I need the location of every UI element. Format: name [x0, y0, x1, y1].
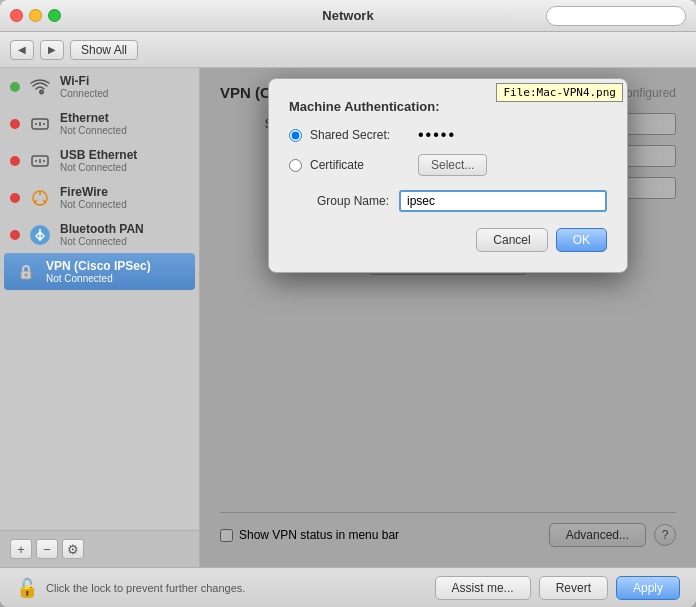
shared-secret-label: Shared Secret:: [310, 128, 410, 142]
sidebar-list: Wi-Fi Connected: [0, 68, 199, 530]
network-window: Network ◀ ▶ Show All: [0, 0, 696, 607]
shared-secret-value: •••••: [418, 126, 456, 144]
sidebar-item-vpn[interactable]: VPN (Cisco IPSec) Not Connected: [4, 253, 195, 290]
footer-actions: Assist me... Revert Apply: [435, 576, 680, 600]
certificate-label: Certificate: [310, 158, 410, 172]
machine-auth-modal: File:Mac-VPN4.png Machine Authentication…: [268, 78, 628, 273]
modal-buttons: Cancel OK: [289, 228, 607, 252]
firewire-name: FireWire: [60, 185, 189, 199]
lock-icon[interactable]: 🔓: [16, 577, 38, 599]
vpn-text: VPN (Cisco IPSec) Not Connected: [46, 259, 185, 284]
usb-ethernet-status: Not Connected: [60, 162, 189, 173]
wifi-text: Wi-Fi Connected: [60, 74, 189, 99]
ethernet-icon: [28, 112, 52, 136]
shared-secret-row: Shared Secret: •••••: [289, 126, 607, 144]
wifi-status: Connected: [60, 88, 189, 99]
bluetooth-pan-text: Bluetooth PAN Not Connected: [60, 222, 189, 247]
status-dot-usb-ethernet: [10, 156, 20, 166]
sidebar-item-bluetooth-pan[interactable]: Bluetooth PAN Not Connected: [0, 216, 199, 253]
group-name-input[interactable]: [399, 190, 607, 212]
sidebar-item-ethernet[interactable]: Ethernet Not Connected: [0, 105, 199, 142]
status-dot-wifi: [10, 82, 20, 92]
minimize-button[interactable]: [29, 9, 42, 22]
lock-area: 🔓 Click the lock to prevent further chan…: [16, 577, 435, 599]
assist-button[interactable]: Assist me...: [435, 576, 531, 600]
firewire-icon: [28, 186, 52, 210]
usb-ethernet-icon: [28, 149, 52, 173]
wifi-icon: [28, 75, 52, 99]
window-footer: 🔓 Click the lock to prevent further chan…: [0, 567, 696, 607]
toolbar: ◀ ▶ Show All: [0, 32, 696, 68]
usb-ethernet-name: USB Ethernet: [60, 148, 189, 162]
search-bar: [546, 6, 686, 26]
firewire-status: Not Connected: [60, 199, 189, 210]
back-button[interactable]: ◀: [10, 40, 34, 60]
certificate-radio[interactable]: [289, 159, 302, 172]
certificate-row: Certificate Select...: [289, 154, 607, 176]
vpn-icon: [14, 260, 38, 284]
bluetooth-pan-icon: [28, 223, 52, 247]
firewire-text: FireWire Not Connected: [60, 185, 189, 210]
modal-overlay: File:Mac-VPN4.png Machine Authentication…: [200, 68, 696, 567]
ethernet-name: Ethernet: [60, 111, 189, 125]
bluetooth-badge: [30, 225, 50, 245]
apply-button[interactable]: Apply: [616, 576, 680, 600]
traffic-lights: [10, 9, 61, 22]
show-all-button[interactable]: Show All: [70, 40, 138, 60]
usb-ethernet-text: USB Ethernet Not Connected: [60, 148, 189, 173]
status-dot-bluetooth-pan: [10, 230, 20, 240]
vpn-name: VPN (Cisco IPSec): [46, 259, 185, 273]
bluetooth-pan-status: Not Connected: [60, 236, 189, 247]
title-bar: Network: [0, 0, 696, 32]
maximize-button[interactable]: [48, 9, 61, 22]
window-title: Network: [322, 8, 373, 23]
svg-line-11: [43, 200, 46, 203]
ethernet-text: Ethernet Not Connected: [60, 111, 189, 136]
select-button[interactable]: Select...: [418, 154, 487, 176]
status-dot-ethernet: [10, 119, 20, 129]
sidebar-item-wifi[interactable]: Wi-Fi Connected: [0, 68, 199, 105]
bluetooth-pan-name: Bluetooth PAN: [60, 222, 189, 236]
revert-button[interactable]: Revert: [539, 576, 608, 600]
add-network-button[interactable]: +: [10, 539, 32, 559]
wifi-name: Wi-Fi: [60, 74, 189, 88]
ethernet-status: Not Connected: [60, 125, 189, 136]
svg-line-10: [34, 200, 37, 203]
remove-network-button[interactable]: −: [36, 539, 58, 559]
forward-button[interactable]: ▶: [40, 40, 64, 60]
lock-text: Click the lock to prevent further change…: [46, 582, 245, 594]
right-panel: VPN (Cisco IPSec) Not Configured Server …: [200, 68, 696, 567]
status-dot-firewire: [10, 193, 20, 203]
close-button[interactable]: [10, 9, 23, 22]
vpn-status: Not Connected: [46, 273, 185, 284]
tooltip-box: File:Mac-VPN4.png: [496, 83, 623, 102]
ok-button[interactable]: OK: [556, 228, 607, 252]
group-name-row: Group Name:: [289, 190, 607, 212]
config-network-button[interactable]: ⚙: [62, 539, 84, 559]
sidebar-footer: + − ⚙: [0, 530, 199, 567]
cancel-button[interactable]: Cancel: [476, 228, 547, 252]
main-content: Wi-Fi Connected: [0, 68, 696, 567]
search-input[interactable]: [546, 6, 686, 26]
sidebar-item-firewire[interactable]: FireWire Not Connected: [0, 179, 199, 216]
svg-rect-13: [25, 273, 28, 276]
sidebar-item-usb-ethernet[interactable]: USB Ethernet Not Connected: [0, 142, 199, 179]
shared-secret-radio[interactable]: [289, 129, 302, 142]
sidebar: Wi-Fi Connected: [0, 68, 200, 567]
group-name-label: Group Name:: [289, 194, 389, 208]
